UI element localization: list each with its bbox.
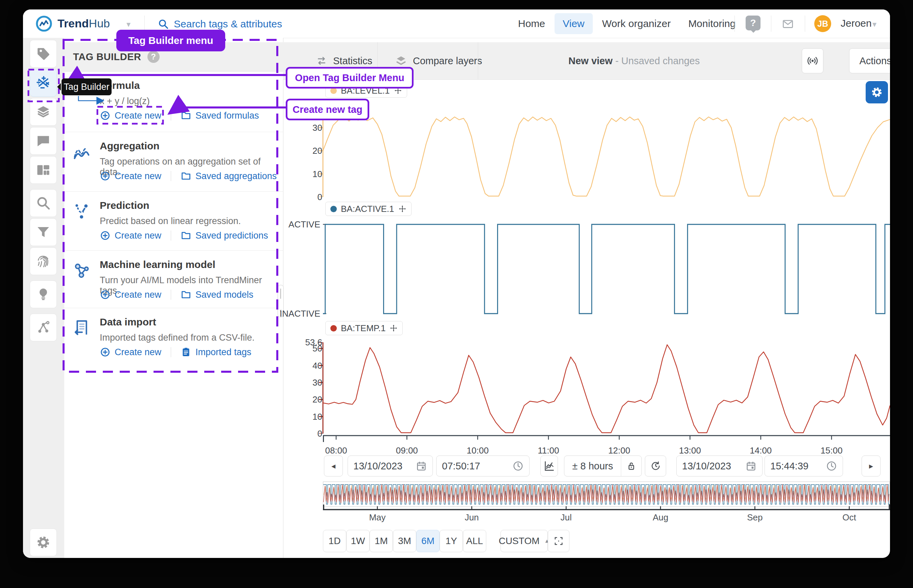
start-date-button[interactable]: 13/10/2023 bbox=[348, 456, 433, 477]
machine-learning-model-icon bbox=[72, 261, 91, 281]
focus-chart-button[interactable] bbox=[548, 530, 570, 552]
app-window: TrendHub ▾ Search tags & attributes Home… bbox=[23, 10, 890, 558]
search-input[interactable]: Search tags & attributes bbox=[174, 18, 282, 30]
month-label: Oct bbox=[834, 512, 864, 523]
chart-scale-button[interactable] bbox=[541, 456, 558, 477]
panel-help-icon[interactable]: ? bbox=[147, 51, 160, 63]
range-1y-button[interactable]: 1Y bbox=[440, 530, 463, 552]
help-glyph: ? bbox=[750, 18, 756, 28]
live-mode-button[interactable] bbox=[802, 48, 823, 73]
chart-plot-BA:TEMP.1[interactable] bbox=[316, 342, 890, 434]
user-menu-caret-icon[interactable]: ▾ bbox=[873, 19, 876, 29]
saved-aggregations-aggregation-link[interactable]: Saved aggregations bbox=[181, 171, 277, 181]
x-tick-label: 15:00 bbox=[816, 446, 847, 456]
y-tick-label: 30 bbox=[288, 123, 322, 133]
avatar[interactable]: JB bbox=[814, 15, 831, 32]
range-custom-button[interactable]: CUSTOM▲ bbox=[500, 530, 548, 552]
series-color-dot bbox=[330, 325, 337, 331]
create-new-formula-link[interactable]: Create new bbox=[100, 110, 161, 121]
saved-predictions-prediction-link[interactable]: Saved predictions bbox=[181, 230, 268, 241]
layout-icon bbox=[36, 162, 51, 178]
imported-tags-data-import-link[interactable]: Imported tags bbox=[181, 347, 251, 357]
link-label: Saved predictions bbox=[196, 231, 268, 241]
end-date-button[interactable]: 13/10/2023 bbox=[676, 456, 762, 477]
range-1w-button[interactable]: 1W bbox=[346, 530, 370, 552]
sidebar-layers-button[interactable] bbox=[30, 98, 57, 126]
chevron-left-icon: ◂ bbox=[331, 461, 335, 471]
y-tick-label: 50 bbox=[288, 343, 322, 354]
sidebar-tag-builder-button[interactable] bbox=[30, 69, 57, 97]
create-new-aggregation-link[interactable]: Create new bbox=[100, 171, 161, 181]
create-new-prediction-link[interactable]: Create new bbox=[100, 230, 161, 241]
duration-group: ± 8 hours bbox=[564, 456, 642, 477]
link-label: Create new bbox=[115, 110, 161, 121]
sidebar-tag-button[interactable] bbox=[30, 40, 57, 68]
nav-view[interactable]: View bbox=[555, 13, 592, 34]
mail-icon[interactable] bbox=[782, 18, 794, 31]
saved-formulas-formula-link[interactable]: Saved formulas bbox=[181, 110, 259, 121]
start-date-value: 13/10/2023 bbox=[353, 460, 402, 472]
sidebar-layout-button[interactable] bbox=[30, 156, 57, 184]
product-switch-caret-icon[interactable]: ▾ bbox=[126, 19, 131, 29]
end-time-value: 15:44:39 bbox=[770, 460, 808, 472]
sidebar-network-button[interactable] bbox=[30, 313, 57, 341]
sidebar-lightbulb-button[interactable] bbox=[30, 281, 57, 308]
lock-icon bbox=[626, 460, 637, 472]
timeline-overview-strip[interactable] bbox=[323, 481, 890, 507]
y-tick-label: 10 bbox=[288, 169, 322, 179]
pluscircle-icon bbox=[100, 171, 110, 181]
range-3m-button[interactable]: 3M bbox=[393, 530, 416, 552]
actions-button[interactable]: Actions ▾ bbox=[849, 48, 890, 73]
machine-learning-model-icon bbox=[72, 261, 91, 280]
range-1d-button[interactable]: 1D bbox=[323, 530, 346, 552]
y-tick-label: 30 bbox=[288, 378, 322, 388]
topbar-divider bbox=[805, 16, 805, 32]
prediction-icon bbox=[72, 202, 91, 221]
tag-builder-tooltip: Tag Builder bbox=[62, 78, 112, 95]
sidebar-funnel-button[interactable] bbox=[30, 218, 57, 246]
chart-plot-BA:LEVEL.1[interactable] bbox=[316, 99, 890, 197]
duration-button[interactable]: ± 8 hours bbox=[564, 456, 621, 476]
pan-left-button[interactable]: ◂ bbox=[324, 456, 343, 477]
sidebar-search-button[interactable] bbox=[30, 189, 57, 217]
legend-chip-BA:TEMP.1[interactable]: BA:TEMP.1 bbox=[325, 321, 403, 335]
range-all-button[interactable]: ALL bbox=[463, 530, 486, 552]
layers-icon bbox=[36, 104, 51, 120]
link-label: Create new bbox=[115, 231, 161, 241]
x-tick-label: 14:00 bbox=[746, 446, 776, 456]
calendar-icon bbox=[745, 460, 757, 472]
help-button[interactable]: ? bbox=[746, 16, 761, 31]
section-subtitle: Imported tags defined from a CSV-file. bbox=[100, 333, 255, 343]
month-label: Sep bbox=[740, 512, 770, 523]
legend-chip-BA:ACTIVE.1[interactable]: BA:ACTIVE.1 bbox=[325, 202, 411, 216]
y-tick-label: 20 bbox=[288, 145, 322, 156]
history-button[interactable] bbox=[645, 456, 666, 477]
create-new-machine-learning-model-link[interactable]: Create new bbox=[100, 289, 161, 300]
lock-duration-button[interactable] bbox=[621, 456, 641, 476]
network-icon bbox=[36, 320, 51, 335]
nav-home[interactable]: Home bbox=[510, 13, 553, 34]
range-6m-button[interactable]: 6M bbox=[416, 530, 440, 552]
range-1m-button[interactable]: 1M bbox=[370, 530, 393, 552]
sidebar-fingerprint-button[interactable] bbox=[30, 247, 57, 275]
user-name: Jeroen bbox=[841, 18, 872, 29]
section-subtitle: Predict based on linear regression. bbox=[100, 216, 241, 226]
x-tick-label: 13:00 bbox=[675, 446, 705, 456]
month-label: Aug bbox=[645, 512, 676, 523]
pan-right-button[interactable]: ▸ bbox=[861, 456, 881, 477]
sidebar-settings-button[interactable] bbox=[30, 528, 57, 556]
start-time-button[interactable]: 07:50:17 bbox=[436, 456, 529, 477]
end-time-button[interactable]: 15:44:39 bbox=[764, 456, 843, 477]
nav-work-organizer[interactable]: Work organizer bbox=[594, 13, 679, 34]
create-new-data-import-link[interactable]: Create new bbox=[100, 347, 161, 357]
folder-icon bbox=[181, 110, 191, 121]
link-divider bbox=[171, 171, 171, 181]
sidebar-comment-button[interactable] bbox=[30, 127, 57, 155]
screenshot-frame: TrendHub ▾ Search tags & attributes Home… bbox=[0, 0, 913, 588]
x-axis bbox=[323, 435, 890, 443]
trendhub-logo-icon bbox=[35, 15, 53, 32]
link-label: Saved models bbox=[196, 289, 253, 300]
saved-models-machine-learning-model-link[interactable]: Saved models bbox=[181, 289, 253, 300]
x-tick-label: 12:00 bbox=[604, 446, 635, 456]
chart-plot-BA:ACTIVE.1[interactable] bbox=[323, 219, 890, 319]
